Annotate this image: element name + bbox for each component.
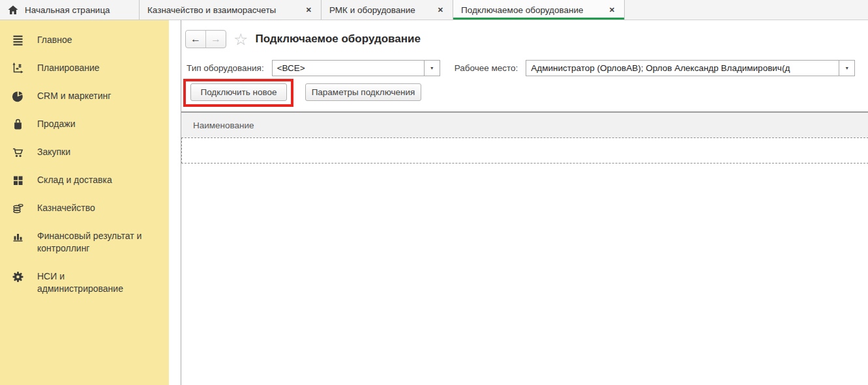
table-header: Наименование (181, 111, 868, 137)
sidebar: Главное Планирование (0, 20, 169, 385)
sidebar-item-nsi-administration[interactable]: НСИ и администрирование (0, 263, 169, 303)
page-title: Подключаемое оборудование (255, 33, 421, 46)
tab-home-page[interactable]: Начальная страница (0, 0, 140, 20)
gear-icon (12, 270, 26, 283)
table-body[interactable] (181, 164, 868, 359)
close-tab-icon[interactable]: ✕ (305, 5, 313, 16)
tab-label: Казначейство и взаиморасчеты (147, 5, 276, 15)
tab-treasury-settlements[interactable]: Казначейство и взаиморасчеты ✕ (140, 0, 322, 20)
tab-bar: Начальная страница Казначейство и взаимо… (0, 0, 868, 20)
sidebar-item-label: Склад и доставка (37, 174, 149, 186)
favorite-star-icon[interactable]: ☆ (233, 31, 248, 48)
sidebar-item-sales[interactable]: Продажи (0, 110, 169, 138)
coins-icon (12, 202, 26, 214)
workplace-label: Рабочее место: (455, 63, 518, 73)
sidebar-item-label: Закупки (37, 146, 149, 158)
tab-label: Начальная страница (25, 5, 110, 15)
close-tab-icon[interactable]: ✕ (436, 5, 445, 16)
app-window: Начальная страница Казначейство и взаимо… (0, 0, 868, 385)
sidebar-item-label: CRM и маркетинг (37, 90, 149, 102)
sidebar-item-financial-result[interactable]: Финансовый результат и контроллинг (0, 222, 169, 263)
sidebar-item-label: Главное (37, 34, 149, 46)
forward-button[interactable]: → (206, 31, 226, 48)
bar-chart-icon (12, 230, 26, 242)
table-focused-empty-row[interactable] (181, 137, 868, 164)
equipment-table: Наименование (181, 111, 868, 359)
sidebar-item-crm-marketing[interactable]: CRM и маркетинг (0, 82, 169, 110)
sidebar-item-purchases[interactable]: Закупки (0, 138, 169, 166)
tab-label: РМК и оборудование (329, 5, 415, 15)
shopping-bag-icon (12, 118, 26, 130)
sidebar-item-label: Финансовый результат и контроллинг (37, 230, 149, 255)
chevron-down-icon[interactable]: ▾ (424, 61, 440, 76)
column-header-name[interactable]: Наименование (181, 121, 254, 130)
equipment-type-combo[interactable]: <ВСЕ> ▾ (272, 60, 440, 76)
sidebar-item-label: НСИ и администрирование (37, 270, 149, 295)
shopping-cart-icon (12, 146, 26, 158)
pie-chart-icon (12, 90, 26, 102)
grid-icon (12, 174, 26, 186)
sidebar-item-warehouse-delivery[interactable]: Склад и доставка (0, 166, 169, 194)
connect-new-button[interactable]: Подключить новое (190, 83, 287, 101)
back-button[interactable]: ← (186, 31, 206, 48)
sidebar-item-label: Планирование (37, 62, 149, 74)
planning-chart-icon (12, 62, 26, 74)
home-icon (8, 5, 18, 15)
filter-row: Тип оборудования: <ВСЕ> ▾ Рабочее место:… (187, 59, 855, 76)
workplace-value[interactable]: Администратор (ОрловАВ); Орлов Александр… (526, 61, 839, 76)
tab-connected-equipment[interactable]: Подключаемое оборудование ✕ (453, 0, 625, 20)
navigation-row: ← → ☆ Подключаемое оборудование (185, 30, 421, 48)
sidebar-item-label: Продажи (37, 118, 149, 130)
sidebar-item-planning[interactable]: Планирование (0, 54, 169, 82)
history-nav: ← → (185, 30, 226, 48)
sidebar-item-treasury[interactable]: Казначейство (0, 194, 169, 222)
chevron-down-icon[interactable]: ▾ (839, 61, 854, 76)
workplace-combo[interactable]: Администратор (ОрловАВ); Орлов Александр… (526, 60, 855, 76)
connection-params-button[interactable]: Параметры подключения (305, 83, 421, 101)
action-buttons-row: Подключить новое Параметры подключения (190, 83, 421, 101)
main-content: ← → ☆ Подключаемое оборудование Тип обор… (181, 20, 868, 385)
close-tab-icon[interactable]: ✕ (608, 5, 616, 16)
menu-icon (12, 34, 26, 46)
tab-rmk-equipment[interactable]: РМК и оборудование ✕ (322, 0, 453, 20)
equipment-type-label: Тип оборудования: (187, 63, 264, 73)
sidebar-item-main[interactable]: Главное (0, 26, 169, 54)
sidebar-item-label: Казначейство (37, 202, 149, 214)
tab-label: Подключаемое оборудование (461, 5, 583, 15)
equipment-type-value[interactable]: <ВСЕ> (273, 61, 424, 76)
